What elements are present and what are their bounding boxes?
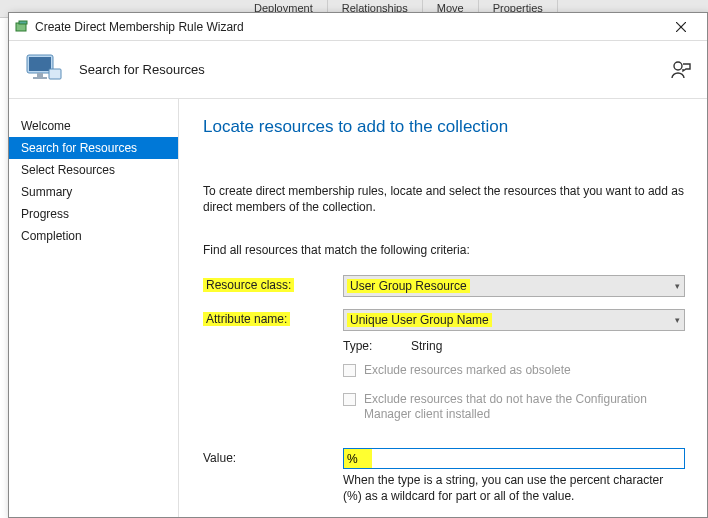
exclude-noclient-label: Exclude resources that do not have the C… [364,392,685,422]
exclude-noclient-checkbox: Exclude resources that do not have the C… [343,392,685,422]
checkbox-icon [343,364,356,377]
page-heading: Locate resources to add to the collectio… [203,117,685,137]
wizard-nav: Welcome Search for Resources Select Reso… [9,99,179,517]
wizard-dialog: Create Direct Membership Rule Wizard Sea… [8,12,708,518]
exclude-obsolete-label: Exclude resources marked as obsolete [364,363,571,378]
criteria-label: Find all resources that match the follow… [203,243,685,257]
dialog-header: Search for Resources [9,41,707,99]
nav-summary[interactable]: Summary [9,181,178,203]
exclude-obsolete-checkbox: Exclude resources marked as obsolete [343,363,685,378]
nav-search-resources[interactable]: Search for Resources [9,137,178,159]
close-button[interactable] [661,15,701,39]
resource-class-value: User Group Resource [347,279,470,293]
chevron-down-icon: ▾ [675,281,680,291]
dialog-title: Create Direct Membership Rule Wizard [35,20,244,34]
svg-rect-5 [29,57,51,71]
feedback-icon[interactable] [669,58,693,82]
svg-rect-8 [49,69,61,79]
resource-class-label: Resource class: [203,278,294,292]
checkbox-icon [343,393,356,406]
svg-rect-1 [19,21,27,24]
attribute-name-value: Unique User Group Name [347,313,492,327]
resource-class-select[interactable]: User Group Resource ▾ [343,275,685,297]
attribute-name-select[interactable]: Unique User Group Name ▾ [343,309,685,331]
attribute-name-label: Attribute name: [203,312,290,326]
svg-rect-7 [33,77,47,79]
nav-progress[interactable]: Progress [9,203,178,225]
nav-welcome[interactable]: Welcome [9,115,178,137]
value-label: Value: [203,448,343,504]
header-title: Search for Resources [79,62,669,77]
dialog-titlebar: Create Direct Membership Rule Wizard [9,13,707,41]
value-hint: When the type is a string, you can use t… [343,473,685,504]
nav-completion[interactable]: Completion [9,225,178,247]
wizard-content: Locate resources to add to the collectio… [179,99,707,517]
type-value: String [411,339,442,353]
value-input[interactable] [343,448,685,469]
type-label: Type: [343,339,411,353]
monitor-icon [23,49,65,91]
page-description: To create direct membership rules, locat… [203,183,685,215]
wizard-title-icon [15,20,29,34]
nav-select-resources[interactable]: Select Resources [9,159,178,181]
chevron-down-icon: ▾ [675,315,680,325]
svg-rect-6 [37,73,43,77]
svg-point-9 [674,62,682,70]
